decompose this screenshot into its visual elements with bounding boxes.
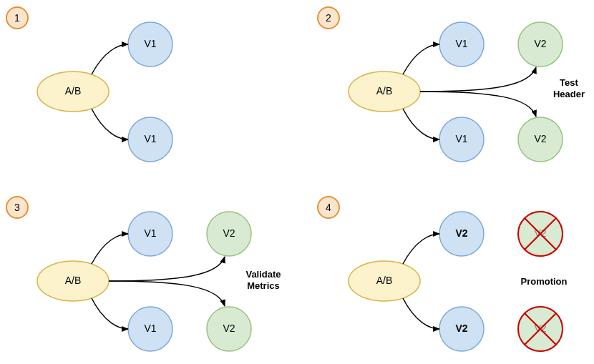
annot-test-header-l2: Header: [553, 89, 585, 99]
panel-1: 1 A/B V1 V1: [6, 7, 172, 162]
v1-node-2-bottom-label: V1: [455, 133, 467, 144]
diagram-root: 1 A/B V1 V1 2 A/B V1 V1 V2 V2: [0, 0, 594, 364]
annot-promotion: Promotion: [521, 276, 568, 287]
v2-node-3-top-label: V2: [223, 227, 235, 239]
panel-3: 3 A/B V1 V1 V2 V2 Validate Metrics: [6, 197, 281, 351]
ab-node-4-label: A/B: [376, 275, 393, 286]
ab-node-3-label: A/B: [65, 275, 82, 286]
v1-node-3-top-label: V1: [144, 227, 156, 239]
panel-4: 4 A/B V2 V2 V2 V2 Promotion: [318, 197, 568, 351]
arrow-3-v2-bottom: [109, 281, 225, 306]
v1-node-2-top-label: V1: [455, 38, 467, 49]
v1-node-1-top-label: V1: [144, 38, 156, 49]
step-badge-3-label: 3: [14, 202, 20, 213]
arrow-2-v2-bottom: [420, 92, 536, 117]
step-badge-4-label: 4: [326, 202, 331, 213]
v2-node-2-bottom-label: V2: [534, 133, 546, 144]
v2-node-3-bottom-label: V2: [223, 323, 235, 334]
step-badge-2-label: 2: [326, 12, 331, 24]
arrow-4-bottom: [403, 298, 439, 329]
v2-node-2-top-label: V2: [534, 38, 546, 49]
arrow-4-top: [403, 234, 439, 264]
v2-promoted-top-label: V2: [455, 227, 467, 239]
arrow-1-bottom: [92, 109, 128, 139]
ab-node-1-label: A/B: [65, 85, 82, 97]
arrow-3-v1-bottom: [92, 298, 128, 329]
arrow-2-v1-bottom: [403, 109, 439, 139]
v2-promoted-bottom-label: V2: [455, 323, 467, 334]
v1-node-3-bottom-label: V1: [144, 323, 156, 334]
v2-removed-bottom: V2: [518, 307, 563, 351]
arrow-3-v1-top: [92, 234, 128, 264]
panel-2: 2 A/B V1 V1 V2 V2 Test Header: [318, 7, 585, 162]
annot-validate-l2: Metrics: [247, 280, 280, 291]
arrow-2-v1-top: [403, 44, 439, 74]
ab-node-2-label: A/B: [376, 85, 393, 97]
step-badge-1-label: 1: [14, 12, 20, 24]
v1-node-1-bottom-label: V1: [144, 133, 156, 144]
v2-removed-top: V2: [518, 212, 563, 256]
annot-validate-l1: Validate: [245, 269, 281, 280]
arrow-1-top: [92, 44, 128, 74]
arrow-2-v2-top: [420, 67, 536, 92]
annot-test-header-l1: Test: [560, 77, 578, 88]
arrow-3-v2-top: [109, 257, 225, 281]
